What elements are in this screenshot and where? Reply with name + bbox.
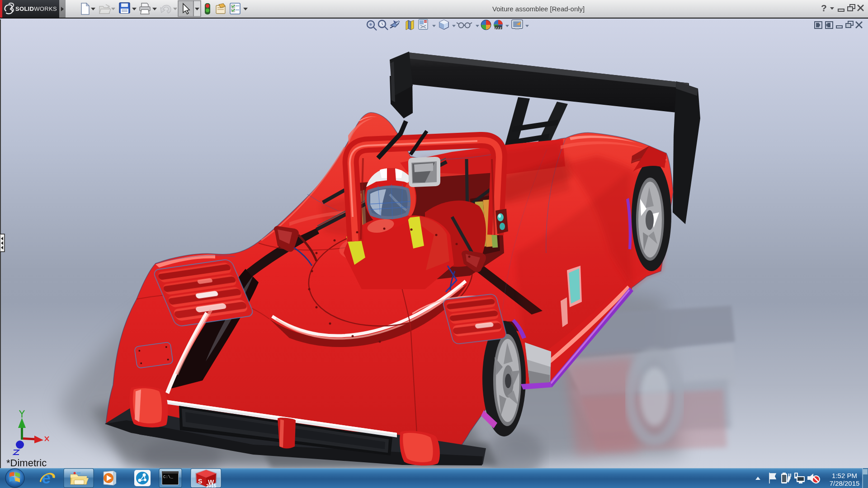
svg-text:C:\_: C:\_ — [163, 475, 173, 479]
svg-text:*Dimetric: *Dimetric — [6, 457, 47, 468]
svg-text:2015: 2015 — [206, 483, 217, 488]
svg-text:S: S — [198, 478, 202, 485]
svg-text:1:52 PM: 1:52 PM — [832, 472, 857, 479]
svg-text:7/28/2015: 7/28/2015 — [830, 479, 860, 487]
svg-text:?: ? — [821, 3, 827, 13]
